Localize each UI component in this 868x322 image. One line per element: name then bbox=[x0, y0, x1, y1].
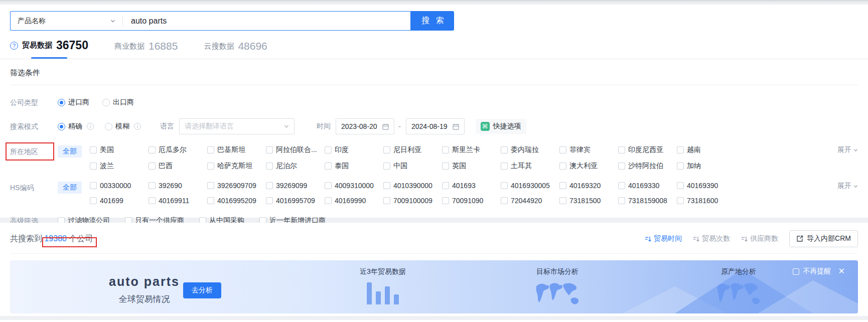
info-icon[interactable]: i bbox=[134, 123, 141, 130]
radio-importer[interactable]: 进口商 bbox=[58, 98, 89, 107]
hs-checkbox-item[interactable]: 7318159008 bbox=[618, 197, 677, 205]
dismiss-checkbox[interactable] bbox=[793, 268, 799, 275]
checkbox-icon[interactable] bbox=[90, 163, 97, 170]
checkbox-icon[interactable] bbox=[90, 197, 97, 204]
checkbox-icon[interactable] bbox=[325, 197, 332, 204]
region-checkbox-item[interactable]: 土耳其 bbox=[501, 162, 559, 171]
checkbox-icon[interactable] bbox=[90, 182, 97, 189]
checkbox-icon[interactable] bbox=[559, 182, 566, 189]
hs-checkbox-item[interactable]: 4016995209 bbox=[207, 197, 266, 205]
checkbox-icon[interactable] bbox=[90, 146, 97, 153]
region-expand-link[interactable]: 展开 bbox=[837, 145, 858, 154]
region-checkbox-item[interactable]: 印度尼西亚 bbox=[618, 145, 677, 154]
region-checkbox-item[interactable]: 澳大利亚 bbox=[559, 162, 618, 171]
checkbox-icon[interactable] bbox=[618, 182, 625, 189]
checkbox-icon[interactable] bbox=[442, 163, 449, 170]
hs-checkbox-item[interactable]: 70091090 bbox=[442, 197, 501, 205]
hs-checkbox-item[interactable]: 4016930005 bbox=[501, 182, 559, 190]
region-checkbox-item[interactable]: 英国 bbox=[442, 162, 501, 171]
checkbox-icon[interactable] bbox=[266, 163, 273, 170]
checkbox-icon[interactable] bbox=[442, 182, 449, 189]
checkbox-icon[interactable] bbox=[677, 197, 684, 204]
region-checkbox-item[interactable]: 越南 bbox=[677, 145, 736, 154]
hs-checkbox-item[interactable]: 40169390 bbox=[677, 182, 736, 190]
region-checkbox-item[interactable]: 尼泊尔 bbox=[266, 162, 325, 171]
hs-checkbox-item[interactable]: 40169990 bbox=[325, 197, 383, 205]
sort-trade-time[interactable]: 贸易时间 bbox=[645, 234, 682, 243]
region-checkbox-item[interactable]: 菲律宾 bbox=[559, 145, 618, 154]
checkbox-icon[interactable] bbox=[383, 197, 390, 204]
checkbox-icon[interactable] bbox=[325, 182, 332, 189]
quick-options-button[interactable]: ⌘ 快捷选项 bbox=[476, 119, 526, 134]
region-checkbox-item[interactable]: 巴基斯坦 bbox=[207, 145, 266, 154]
radio-fuzzy-mode[interactable]: 模糊 i bbox=[105, 122, 141, 131]
hs-checkbox-item[interactable]: 4009310000 bbox=[325, 182, 383, 190]
checkbox-icon[interactable] bbox=[207, 182, 214, 189]
checkbox-icon[interactable] bbox=[501, 197, 508, 204]
region-checkbox-item[interactable]: 哈萨克斯坦 bbox=[207, 162, 266, 171]
sort-trade-count[interactable]: 贸易次数 bbox=[693, 234, 730, 243]
radio-exact-mode[interactable]: 精确 i bbox=[58, 122, 94, 131]
hs-checkbox-item[interactable]: 401699 bbox=[90, 197, 149, 205]
checkbox-icon[interactable] bbox=[618, 197, 625, 204]
region-checkbox-item[interactable]: 尼日利亚 bbox=[383, 145, 442, 154]
region-checkbox-item[interactable]: 加纳 bbox=[677, 162, 736, 171]
import-crm-button[interactable]: 导入内部CRM bbox=[789, 230, 858, 247]
checkbox-icon[interactable] bbox=[149, 197, 156, 204]
hs-checkbox-item[interactable]: 392690 bbox=[149, 182, 207, 190]
hs-checkbox-item[interactable]: 401693 bbox=[442, 182, 501, 190]
hs-checkbox-item[interactable]: 72044920 bbox=[501, 197, 559, 205]
checkbox-icon[interactable] bbox=[442, 197, 449, 204]
checkbox-icon[interactable] bbox=[207, 163, 214, 170]
region-checkbox-item[interactable]: 波兰 bbox=[90, 162, 149, 171]
hs-checkbox-item[interactable]: 7009100009 bbox=[383, 197, 442, 205]
tab-business-data[interactable]: 商业数据 16885 bbox=[114, 40, 178, 59]
checkbox-icon[interactable] bbox=[149, 182, 156, 189]
checkbox-icon[interactable] bbox=[325, 146, 332, 153]
radio-exporter[interactable]: 出口商 bbox=[102, 98, 134, 107]
checkbox-icon[interactable] bbox=[618, 163, 625, 170]
sort-supplier-count[interactable]: 供应商数 bbox=[741, 234, 778, 243]
checkbox-icon[interactable] bbox=[383, 182, 390, 189]
hs-checkbox-item[interactable]: 40169911 bbox=[149, 197, 207, 205]
checkbox-icon[interactable] bbox=[266, 146, 273, 153]
region-checkbox-item[interactable]: 斯里兰卡 bbox=[442, 145, 501, 154]
checkbox-icon[interactable] bbox=[207, 146, 214, 153]
region-checkbox-item[interactable]: 泰国 bbox=[325, 162, 383, 171]
checkbox-icon[interactable] bbox=[559, 197, 566, 204]
checkbox-icon[interactable] bbox=[442, 146, 449, 153]
end-date-picker[interactable]: 2024-08-19 bbox=[406, 118, 465, 134]
checkbox-icon[interactable] bbox=[677, 146, 684, 153]
hs-checkbox-item[interactable]: 4016995709 bbox=[266, 197, 325, 205]
start-date-picker[interactable]: 2023-08-20 bbox=[336, 118, 394, 134]
region-checkbox-item[interactable]: 委内瑞拉 bbox=[501, 145, 559, 154]
hs-checkbox-item[interactable]: 3926909709 bbox=[207, 182, 266, 190]
region-checkbox-item[interactable]: 美国 bbox=[90, 145, 149, 154]
region-checkbox-item[interactable]: 巴西 bbox=[149, 162, 207, 171]
radio-unselected-icon[interactable] bbox=[102, 99, 110, 106]
hs-checkbox-item[interactable]: 4010390000 bbox=[383, 182, 442, 190]
region-all-badge[interactable]: 全部 bbox=[58, 145, 82, 157]
checkbox-icon[interactable] bbox=[677, 163, 684, 170]
hs-expand-link[interactable]: 展开 bbox=[837, 182, 858, 191]
tab-cloud-search-data[interactable]: 云搜数据 48696 bbox=[204, 40, 267, 59]
checkbox-icon[interactable] bbox=[559, 163, 566, 170]
hs-checkbox-item[interactable]: 40169320 bbox=[559, 182, 618, 190]
checkbox-icon[interactable] bbox=[266, 197, 273, 204]
radio-unselected-icon[interactable] bbox=[105, 123, 112, 130]
close-icon[interactable]: ✕ bbox=[838, 267, 845, 275]
checkbox-icon[interactable] bbox=[383, 146, 390, 153]
language-select[interactable]: 请选择翻译语言 bbox=[179, 118, 295, 134]
radio-selected-icon[interactable] bbox=[58, 99, 65, 106]
hs-checkbox-item[interactable]: 39269099 bbox=[266, 182, 325, 190]
hs-checkbox-item[interactable]: 73181600 bbox=[677, 197, 736, 205]
region-checkbox-item[interactable]: 厄瓜多尔 bbox=[149, 145, 207, 154]
checkbox-icon[interactable] bbox=[677, 182, 684, 189]
checkbox-icon[interactable] bbox=[383, 163, 390, 170]
hs-checkbox-item[interactable]: 00330000 bbox=[90, 182, 149, 190]
tab-trade-data[interactable]: ? 贸易数据 36750 bbox=[10, 39, 88, 59]
checkbox-icon[interactable] bbox=[501, 146, 508, 153]
search-input[interactable] bbox=[123, 12, 410, 30]
hs-checkbox-item[interactable]: 73181500 bbox=[559, 197, 618, 205]
region-checkbox-item[interactable]: 沙特阿拉伯 bbox=[618, 162, 677, 171]
